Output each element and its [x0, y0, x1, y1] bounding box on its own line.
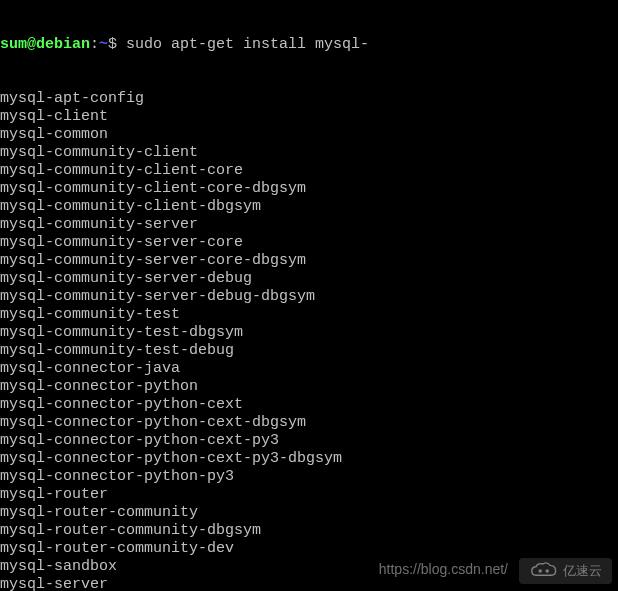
- completion-item: mysql-connector-python-py3: [0, 468, 618, 486]
- completion-item: mysql-community-server-core-dbgsym: [0, 252, 618, 270]
- svg-point-1: [545, 569, 549, 573]
- prompt-symbol: $: [108, 36, 126, 54]
- completion-item: mysql-apt-config: [0, 90, 618, 108]
- completion-item: mysql-connector-python: [0, 378, 618, 396]
- completion-item: mysql-connector-java: [0, 360, 618, 378]
- watermark: 亿速云: [519, 558, 612, 584]
- prompt-line-top: sum@debian:~$ sudo apt-get install mysql…: [0, 36, 618, 54]
- watermark-brand: 亿速云: [563, 562, 602, 580]
- completion-item: mysql-community-server-debug: [0, 270, 618, 288]
- completion-item: mysql-connector-python-cext-py3: [0, 432, 618, 450]
- watermark-url: https://blog.csdn.net/: [379, 560, 508, 578]
- completion-item: mysql-community-client-dbgsym: [0, 198, 618, 216]
- completion-item: mysql-client: [0, 108, 618, 126]
- watermark-logo: [529, 562, 557, 580]
- cloud-icon: [529, 562, 557, 580]
- command-input-top[interactable]: sudo apt-get install mysql-: [126, 36, 369, 54]
- completion-item: mysql-common: [0, 126, 618, 144]
- completion-item: mysql-connector-python-cext: [0, 396, 618, 414]
- completion-item: mysql-community-client-core-dbgsym: [0, 180, 618, 198]
- completion-item: mysql-community-test-debug: [0, 342, 618, 360]
- tab-completion-list: mysql-apt-configmysql-clientmysql-common…: [0, 90, 618, 591]
- terminal-window[interactable]: sum@debian:~$ sudo apt-get install mysql…: [0, 0, 618, 591]
- completion-item: mysql-community-client: [0, 144, 618, 162]
- completion-item: mysql-connector-python-cext-py3-dbgsym: [0, 450, 618, 468]
- completion-item: mysql-router: [0, 486, 618, 504]
- completion-item: mysql-connector-python-cext-dbgsym: [0, 414, 618, 432]
- completion-item: mysql-router-community-dbgsym: [0, 522, 618, 540]
- prompt-user-host: sum@debian: [0, 36, 90, 54]
- prompt-path: ~: [99, 36, 108, 54]
- completion-item: mysql-community-test-dbgsym: [0, 324, 618, 342]
- completion-item: mysql-router-community: [0, 504, 618, 522]
- completion-item: mysql-router-community-dev: [0, 540, 618, 558]
- completion-item: mysql-community-server-core: [0, 234, 618, 252]
- completion-item: mysql-community-client-core: [0, 162, 618, 180]
- svg-point-0: [538, 569, 542, 573]
- completion-item: mysql-community-server-debug-dbgsym: [0, 288, 618, 306]
- completion-item: mysql-community-server: [0, 216, 618, 234]
- prompt-colon: :: [90, 36, 99, 54]
- completion-item: mysql-community-test: [0, 306, 618, 324]
